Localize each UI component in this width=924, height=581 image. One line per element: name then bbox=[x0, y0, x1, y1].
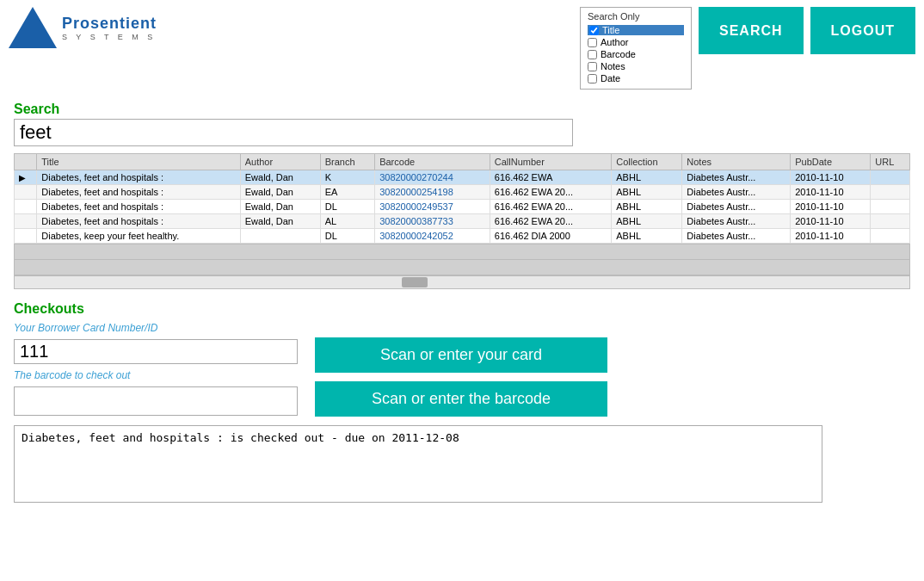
col-collection[interactable]: Collection bbox=[612, 154, 682, 170]
logo-text-block: Prosentient S Y S T E M S bbox=[62, 15, 157, 41]
url-cell bbox=[871, 229, 910, 244]
title-cell: Diabetes, feet and hospitals : bbox=[37, 200, 240, 214]
logo-triangle-icon bbox=[9, 7, 57, 48]
spacer-table bbox=[14, 244, 910, 275]
collection-cell: ABHL bbox=[612, 214, 682, 229]
collection-cell: ABHL bbox=[612, 170, 682, 185]
table-row[interactable]: Diabetes, feet and hospitals :Ewald, Dan… bbox=[15, 200, 910, 214]
barcode-cell: 30820000249537 bbox=[375, 200, 490, 214]
barcode-cell: 30820000270244 bbox=[375, 170, 490, 185]
spacer-row-1 bbox=[15, 244, 910, 260]
callnumber-cell: 616.462 EWA 20... bbox=[490, 200, 611, 214]
author-cell: Ewald, Dan bbox=[240, 214, 320, 229]
table-body: ▶Diabetes, feet and hospitals :Ewald, Da… bbox=[15, 170, 910, 244]
table-row[interactable]: ▶Diabetes, feet and hospitals :Ewald, Da… bbox=[15, 170, 910, 185]
table-row[interactable]: Diabetes, keep your feet healthy.DL30820… bbox=[15, 229, 910, 244]
checkbox-barcode-input[interactable] bbox=[588, 50, 597, 59]
search-only-title: Search Only bbox=[588, 11, 684, 22]
title-cell: Diabetes, feet and hospitals : bbox=[37, 214, 240, 229]
search-input[interactable] bbox=[14, 119, 573, 146]
collection-cell: ABHL bbox=[612, 229, 682, 244]
checkbox-barcode-label: Barcode bbox=[601, 49, 636, 59]
url-cell bbox=[871, 200, 910, 214]
search-controls: Search Only Title Author Barcode Notes D… bbox=[580, 7, 915, 90]
checkbox-title-label: Title bbox=[602, 25, 619, 35]
col-arrow bbox=[15, 154, 37, 170]
search-section: Search bbox=[0, 96, 924, 150]
checkbox-title[interactable]: Title bbox=[588, 25, 684, 35]
branch-cell: K bbox=[320, 170, 374, 185]
checkouts-section: Checkouts Your Borrower Card Number/ID T… bbox=[0, 293, 924, 420]
checkbox-author[interactable]: Author bbox=[588, 37, 684, 47]
callnumber-cell: 616.462 EWA 20... bbox=[490, 185, 611, 200]
author-cell: Ewald, Dan bbox=[240, 185, 320, 200]
col-callnumber[interactable]: CallNumber bbox=[490, 154, 611, 170]
spacer-row-2 bbox=[15, 260, 910, 275]
borrower-card-input[interactable] bbox=[14, 339, 298, 364]
scan-card-button[interactable]: Scan or enter your card bbox=[315, 337, 607, 373]
barcode-input[interactable] bbox=[14, 386, 298, 416]
col-barcode[interactable]: Barcode bbox=[375, 154, 490, 170]
hscroll-thumb[interactable] bbox=[402, 277, 428, 287]
scan-barcode-button[interactable]: Scan or enter the barcode bbox=[315, 381, 607, 417]
checkouts-layout: Your Borrower Card Number/ID The barcode… bbox=[14, 322, 910, 417]
callnumber-cell: 616.462 EWA 20... bbox=[490, 214, 611, 229]
col-branch[interactable]: Branch bbox=[320, 154, 374, 170]
arrow-cell bbox=[15, 229, 37, 244]
table-header-row: Title Author Branch Barcode CallNumber C… bbox=[15, 154, 910, 170]
table-row[interactable]: Diabetes, feet and hospitals :Ewald, Dan… bbox=[15, 185, 910, 200]
arrow-cell bbox=[15, 185, 37, 200]
logout-button[interactable]: LOGOUT bbox=[810, 7, 915, 54]
logo-name: Prosentient bbox=[62, 15, 157, 33]
arrow-cell bbox=[15, 214, 37, 229]
notes-cell: Diabetes Austr... bbox=[682, 185, 791, 200]
checkouts-label: Checkouts bbox=[14, 301, 910, 317]
callnumber-cell: 616.462 DIA 2000 bbox=[490, 229, 611, 244]
checkbox-date[interactable]: Date bbox=[588, 73, 684, 83]
logo-sub: S Y S T E M S bbox=[62, 33, 157, 41]
notes-cell: Diabetes Austr... bbox=[682, 200, 791, 214]
checkbox-notes-input[interactable] bbox=[588, 62, 597, 71]
logo-box: Prosentient S Y S T E M S bbox=[9, 7, 157, 48]
barcode-cell: 30820000254198 bbox=[375, 185, 490, 200]
col-url[interactable]: URL bbox=[871, 154, 910, 170]
checkbox-title-input[interactable] bbox=[589, 26, 599, 35]
results-table: Title Author Branch Barcode CallNumber C… bbox=[14, 153, 910, 244]
title-cell: Diabetes, feet and hospitals : bbox=[37, 170, 240, 185]
barcode-cell: 30820000242052 bbox=[375, 229, 490, 244]
status-textarea[interactable] bbox=[14, 425, 822, 503]
col-title[interactable]: Title bbox=[37, 154, 240, 170]
collection-cell: ABHL bbox=[612, 200, 682, 214]
col-author[interactable]: Author bbox=[240, 154, 320, 170]
logo-area: Prosentient S Y S T E M S bbox=[9, 7, 157, 48]
search-button[interactable]: SEARCH bbox=[699, 7, 804, 54]
horizontal-scrollbar[interactable] bbox=[14, 275, 910, 289]
checkbox-date-label: Date bbox=[601, 73, 620, 83]
author-cell bbox=[240, 229, 320, 244]
notes-cell: Diabetes Austr... bbox=[682, 214, 791, 229]
table-row[interactable]: Diabetes, feet and hospitals :Ewald, Dan… bbox=[15, 214, 910, 229]
search-label: Search bbox=[14, 102, 910, 117]
branch-cell: AL bbox=[320, 214, 374, 229]
table-section: Title Author Branch Barcode CallNumber C… bbox=[0, 150, 924, 293]
col-pubdate[interactable]: PubDate bbox=[791, 154, 871, 170]
checkbox-notes[interactable]: Notes bbox=[588, 61, 684, 71]
pubdate-cell: 2010-11-10 bbox=[791, 185, 871, 200]
url-cell bbox=[871, 170, 910, 185]
col-notes[interactable]: Notes bbox=[682, 154, 791, 170]
url-cell bbox=[871, 185, 910, 200]
table-scroll-wrapper: Title Author Branch Barcode CallNumber C… bbox=[14, 153, 910, 289]
callnumber-cell: 616.462 EWA bbox=[490, 170, 611, 185]
arrow-cell bbox=[15, 200, 37, 214]
author-cell: Ewald, Dan bbox=[240, 200, 320, 214]
checkbox-barcode[interactable]: Barcode bbox=[588, 49, 684, 59]
checkbox-date-input[interactable] bbox=[588, 74, 597, 83]
branch-cell: EA bbox=[320, 185, 374, 200]
arrow-cell: ▶ bbox=[15, 170, 37, 185]
notes-cell: Diabetes Austr... bbox=[682, 170, 791, 185]
pubdate-cell: 2010-11-10 bbox=[791, 200, 871, 214]
url-cell bbox=[871, 214, 910, 229]
checkbox-author-input[interactable] bbox=[588, 38, 597, 47]
checkbox-author-label: Author bbox=[601, 37, 628, 47]
status-section bbox=[0, 420, 924, 511]
